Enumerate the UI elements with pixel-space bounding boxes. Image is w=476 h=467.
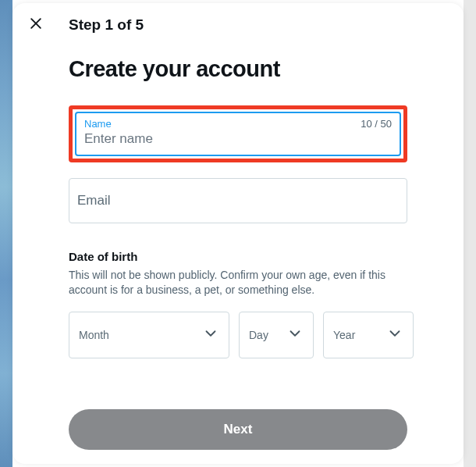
modal-footer: Next — [12, 378, 464, 464]
page-title: Create your account — [69, 56, 407, 82]
day-select[interactable]: Day — [239, 312, 314, 358]
close-button[interactable] — [23, 12, 48, 37]
chevron-down-icon — [386, 325, 403, 345]
signup-modal: Step 1 of 5 Create your account Name 10 … — [12, 3, 464, 464]
step-indicator: Step 1 of 5 — [69, 16, 144, 34]
email-placeholder: Email — [77, 193, 111, 208]
dob-heading: Date of birth — [69, 250, 407, 263]
modal-header: Step 1 of 5 — [12, 3, 464, 42]
chevron-down-icon — [202, 325, 219, 345]
name-field[interactable]: Name 10 / 50 — [75, 112, 401, 156]
year-label: Year — [333, 329, 355, 341]
name-field-highlight: Name 10 / 50 — [69, 105, 407, 162]
email-field[interactable]: Email — [69, 178, 407, 223]
close-icon — [28, 16, 44, 34]
name-input[interactable] — [84, 131, 392, 147]
year-select[interactable]: Year — [323, 312, 414, 358]
month-label: Month — [79, 329, 109, 341]
month-select[interactable]: Month — [69, 312, 229, 358]
chevron-down-icon — [286, 325, 304, 345]
dob-selects: Month Day Year — [69, 312, 407, 358]
modal-content: Create your account Name 10 / 50 Email D… — [12, 42, 464, 378]
dob-description: This will not be shown publicly. Confirm… — [69, 268, 407, 298]
name-char-count: 10 / 50 — [361, 118, 392, 130]
next-button[interactable]: Next — [69, 409, 407, 450]
day-label: Day — [249, 329, 268, 341]
name-field-label: Name — [84, 118, 112, 130]
